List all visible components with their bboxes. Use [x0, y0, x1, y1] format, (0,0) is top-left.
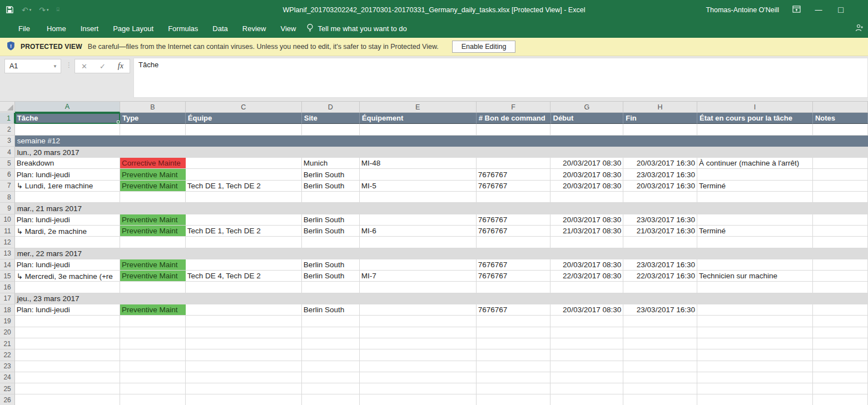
cell-H26[interactable]	[623, 394, 697, 405]
cell-F18[interactable]: 7676767	[477, 304, 551, 316]
cell-I14[interactable]	[697, 259, 813, 271]
ribbon-display-options-icon[interactable]	[791, 6, 801, 14]
cell-D24[interactable]	[302, 372, 360, 383]
cell-H12[interactable]	[623, 237, 697, 248]
cell-I12[interactable]	[697, 237, 813, 248]
name-box-dropdown-icon[interactable]: ▼	[53, 64, 57, 69]
cell-E5[interactable]: MI-48	[360, 158, 477, 169]
cell-F21[interactable]	[477, 338, 551, 349]
cell-C8[interactable]	[186, 192, 302, 203]
cell-B8[interactable]	[120, 192, 186, 203]
row-number-19[interactable]: 19	[0, 316, 15, 327]
cell-D7[interactable]: Berlin South	[302, 181, 360, 192]
cell-B20[interactable]	[120, 327, 186, 338]
cell-H24[interactable]	[623, 372, 697, 383]
signed-in-user[interactable]: Thomas-Antoine O'Neill	[706, 6, 779, 14]
cell-F23[interactable]	[477, 361, 551, 372]
day-band[interactable]: jeu., 23 mars 2017	[15, 293, 868, 304]
cell-D18[interactable]: Berlin South	[302, 304, 360, 316]
tab-review[interactable]: Review	[235, 19, 274, 38]
cell-B18[interactable]: Preventive Maint	[120, 304, 186, 316]
cell-J18[interactable]	[813, 304, 868, 316]
customize-qat-icon[interactable]: ⍗	[57, 7, 59, 13]
cell-J6[interactable]	[813, 169, 868, 180]
cell-E6[interactable]	[360, 169, 477, 180]
cell-B7[interactable]: Preventive Maint	[120, 181, 186, 192]
cell-J10[interactable]	[813, 214, 868, 226]
cell-E18[interactable]	[360, 304, 477, 316]
cell-B6[interactable]: Preventive Maint	[120, 169, 186, 180]
cell-A26[interactable]	[15, 394, 120, 405]
cell-G24[interactable]	[550, 372, 623, 383]
column-header-E[interactable]: E	[360, 102, 477, 113]
cell-H10[interactable]: 23/03/2017 16:30	[623, 214, 697, 226]
cell-F14[interactable]: 7676767	[477, 259, 551, 271]
cell-J25[interactable]	[813, 383, 868, 394]
cell-I2[interactable]	[697, 124, 813, 135]
cell-A24[interactable]	[15, 372, 120, 383]
name-box[interactable]: A1 ▼	[4, 59, 61, 73]
save-icon[interactable]	[6, 6, 14, 14]
row-number-17[interactable]: 17	[0, 293, 15, 304]
cell-A21[interactable]	[15, 338, 120, 349]
row-number-1[interactable]: 1	[0, 113, 15, 124]
cell-C14[interactable]	[186, 259, 302, 271]
cell-A23[interactable]	[15, 361, 120, 372]
enable-editing-button[interactable]: Enable Editing	[452, 41, 516, 53]
cell-C24[interactable]	[186, 372, 302, 383]
cell-I8[interactable]	[697, 192, 813, 203]
column-header-G[interactable]: G	[550, 102, 623, 113]
column-header-A[interactable]: A	[15, 102, 120, 113]
cell-E12[interactable]	[360, 237, 477, 248]
cell-G2[interactable]	[550, 124, 623, 135]
cell-D23[interactable]	[302, 361, 360, 372]
day-band[interactable]: lun., 20 mars 2017	[15, 147, 868, 158]
row-number-16[interactable]: 16	[0, 282, 15, 293]
cell-B22[interactable]	[120, 349, 186, 361]
cell-E25[interactable]	[360, 383, 477, 394]
cell-A2[interactable]	[15, 124, 120, 135]
cell-G22[interactable]	[550, 349, 623, 361]
cell-I20[interactable]	[697, 327, 813, 338]
cell-F7[interactable]: 7676767	[477, 181, 551, 192]
cell-E8[interactable]	[360, 192, 477, 203]
row-number-26[interactable]: 26	[0, 394, 15, 405]
cell-C7[interactable]: Tech DE 1, Tech DE 2	[186, 181, 302, 192]
header-cell-F[interactable]: # Bon de command	[477, 113, 551, 124]
row-number-10[interactable]: 10	[0, 214, 15, 226]
cell-A19[interactable]	[15, 316, 120, 327]
cell-G7[interactable]: 20/03/2017 08:30	[550, 181, 623, 192]
row-number-4[interactable]: 4	[0, 147, 15, 158]
cell-H6[interactable]: 23/03/2017 16:30	[623, 169, 697, 180]
cell-E10[interactable]	[360, 214, 477, 226]
cell-A25[interactable]	[15, 383, 120, 394]
cell-E22[interactable]	[360, 349, 477, 361]
row-number-12[interactable]: 12	[0, 237, 15, 248]
cell-B25[interactable]	[120, 383, 186, 394]
row-number-20[interactable]: 20	[0, 327, 15, 338]
cell-E23[interactable]	[360, 361, 477, 372]
cell-A16[interactable]	[15, 282, 120, 293]
cell-B15[interactable]: Preventive Maint	[120, 271, 186, 282]
day-band[interactable]: mar., 21 mars 2017	[15, 203, 868, 214]
cell-I19[interactable]	[697, 316, 813, 327]
cell-J23[interactable]	[813, 361, 868, 372]
cell-B14[interactable]: Preventive Maint	[120, 259, 186, 271]
insert-function-icon[interactable]: fx	[118, 62, 123, 71]
cell-I22[interactable]	[697, 349, 813, 361]
undo-icon[interactable]: ↶▾	[22, 6, 31, 14]
cell-G10[interactable]: 20/03/2017 08:30	[550, 214, 623, 226]
cell-C22[interactable]	[186, 349, 302, 361]
tab-home[interactable]: Home	[39, 19, 73, 38]
cell-H15[interactable]: 22/03/2017 16:30	[623, 271, 697, 282]
tab-file[interactable]: File	[9, 19, 39, 38]
cell-A8[interactable]	[15, 192, 120, 203]
cell-C21[interactable]	[186, 338, 302, 349]
row-number-9[interactable]: 9	[0, 203, 15, 214]
cell-C16[interactable]	[186, 282, 302, 293]
cell-D19[interactable]	[302, 316, 360, 327]
cell-G21[interactable]	[550, 338, 623, 349]
redo-icon[interactable]: ↷▾	[39, 6, 48, 14]
week-band[interactable]: semaine #12	[15, 136, 868, 147]
cell-F25[interactable]	[477, 383, 551, 394]
